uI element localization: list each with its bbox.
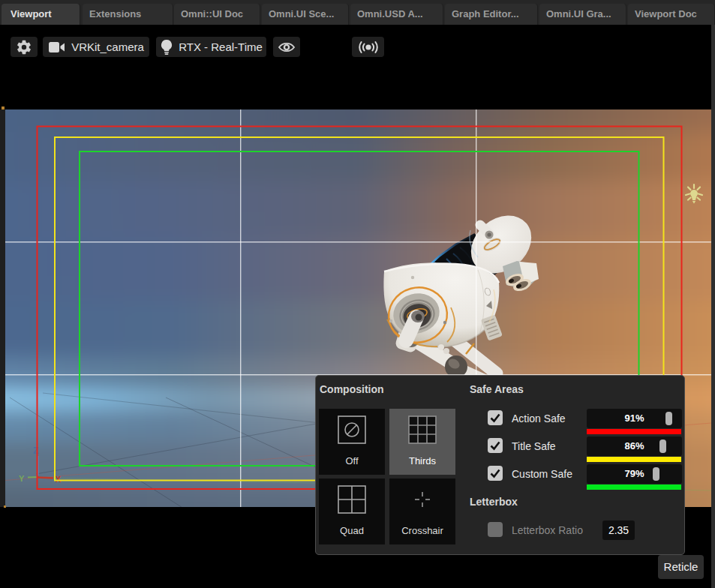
svg-text:X: X — [56, 475, 62, 484]
svg-text:Y: Y — [19, 474, 25, 483]
